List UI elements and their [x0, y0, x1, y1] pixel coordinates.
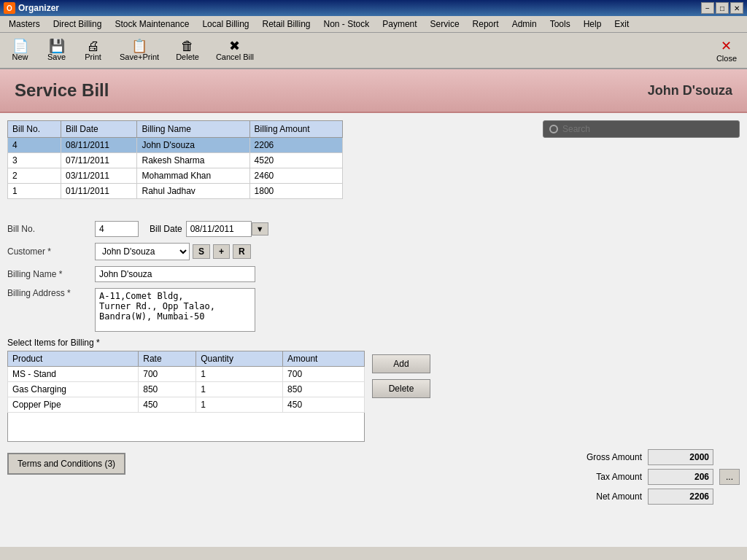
customer-add-button[interactable]: + [213, 244, 230, 259]
terms-button[interactable]: Terms and Conditions (3) [7, 453, 125, 475]
bill-no-row: Bill No. Bill Date ▼ [7, 221, 740, 237]
title-bar-left: O Organizer [4, 2, 59, 14]
close-button[interactable]: ✕ Close [710, 35, 743, 66]
customer-label: Customer * [7, 246, 95, 257]
items-col-amount: Amount [283, 351, 365, 367]
bill-list-row[interactable]: 3 07/11/2011 Rakesh Sharma 4520 [8, 153, 343, 168]
page-title: Service Bill [15, 80, 109, 101]
menu-retail-billing[interactable]: Retail Billing [256, 18, 316, 31]
billing-name-cell: Rahul Jadhav [137, 184, 249, 199]
bill-list-row[interactable]: 4 08/11/2011 John D'souza 2206 [8, 138, 343, 153]
menu-exit[interactable]: Exit [608, 18, 635, 31]
net-amount-value [648, 489, 713, 505]
items-buttons: Add Delete [372, 351, 430, 442]
delete-toolbar-button[interactable]: 🗑 Delete [169, 36, 206, 64]
bill-no-label: Bill No. [7, 224, 95, 234]
search-area [543, 120, 740, 138]
menu-local-billing[interactable]: Local Billing [196, 18, 255, 31]
new-button[interactable]: 📄 New [4, 36, 36, 64]
billing-address-label: Billing Address * [7, 288, 95, 298]
menu-help[interactable]: Help [578, 18, 608, 31]
bill-date-cell: 03/11/2011 [61, 168, 137, 184]
bill-list-row[interactable]: 1 01/11/2011 Rahul Jadhav 1800 [8, 184, 343, 199]
item-rate-cell: 850 [139, 382, 196, 397]
billing-name-cell: John D'souza [137, 138, 249, 153]
app-icon: O [4, 2, 15, 14]
menu-stock-maintenance[interactable]: Stock Maintenance [109, 18, 195, 31]
billing-name-input[interactable] [95, 266, 255, 282]
cancelbill-button[interactable]: ✖ Cancel Bill [209, 36, 260, 64]
billing-name-row: Billing Name * [7, 266, 740, 282]
items-col-product: Product [8, 351, 139, 367]
tax-details-button[interactable]: ... [719, 469, 740, 485]
saveprint-label: Save+Print [120, 52, 159, 61]
gross-amount-value [648, 449, 713, 465]
menu-direct-billing[interactable]: Direct Billing [47, 18, 108, 31]
menu-report[interactable]: Report [467, 18, 505, 31]
billing-amount-cell: 4520 [249, 153, 342, 168]
page-header: Service Bill John D'souza [0, 69, 747, 113]
billing-amount-cell: 2206 [249, 138, 342, 153]
cancelbill-icon: ✖ [229, 39, 240, 52]
maximize-button[interactable]: □ [716, 2, 729, 14]
item-product-cell: Copper Pipe [8, 397, 139, 413]
print-button[interactable]: 🖨 Print [77, 36, 109, 64]
billing-amount-cell: 2460 [249, 168, 342, 184]
items-table-row[interactable]: Gas Charging 850 1 850 [8, 382, 365, 397]
net-amount-row: Net Amount [569, 489, 740, 505]
item-rate-cell: 450 [139, 397, 196, 413]
item-amount-cell: 850 [283, 382, 365, 397]
item-amount-cell: 700 [283, 367, 365, 382]
date-picker-button[interactable]: ▼ [252, 222, 268, 236]
items-table-row[interactable]: Copper Pipe 450 1 450 [8, 397, 365, 413]
items-table-row[interactable]: MS - Stand 700 1 700 [8, 367, 365, 382]
menu-masters[interactable]: Masters [3, 18, 46, 31]
bill-list-row[interactable]: 2 03/11/2011 Mohammad Khan 2460 [8, 168, 343, 184]
menu-service[interactable]: Service [425, 18, 465, 31]
billing-name-label: Billing Name * [7, 269, 95, 279]
bill-no-input[interactable] [95, 221, 139, 237]
toolbar: 📄 New 💾 Save 🖨 Print 📋 Save+Print 🗑 Dele… [0, 33, 747, 69]
billing-name-cell: Mohammad Khan [137, 168, 249, 184]
menu-non-stock[interactable]: Non - Stock [318, 18, 376, 31]
bill-no-cell: 1 [8, 184, 61, 199]
item-rate-cell: 700 [139, 367, 196, 382]
cancelbill-label: Cancel Bill [216, 52, 254, 61]
customer-row: Customer * John D'souza S + R [7, 243, 740, 260]
customer-r-button[interactable]: R [233, 244, 251, 259]
bill-list-container: Bill No. Bill Date Billing Name Billing … [7, 120, 343, 199]
app-title: Organizer [18, 3, 59, 13]
item-quantity-cell: 1 [196, 382, 283, 397]
customer-input-group: John D'souza S + R [95, 243, 251, 260]
bill-no-cell: 3 [8, 153, 61, 168]
search-input[interactable] [562, 124, 708, 134]
billing-amount-cell: 1800 [249, 184, 342, 199]
saveprint-icon: 📋 [131, 39, 147, 52]
user-name: John D'souza [648, 83, 732, 98]
title-bar: O Organizer − □ ✕ [0, 0, 747, 16]
bill-date-cell: 01/11/2011 [61, 184, 137, 199]
main-content: Bill No. Bill Date Billing Name Billing … [0, 113, 747, 547]
tax-amount-label: Tax Amount [569, 472, 642, 482]
close-window-button[interactable]: ✕ [730, 2, 743, 14]
billing-address-textarea[interactable]: A-11,Comet Bldg, Turner Rd., Opp Talao, … [95, 288, 255, 332]
customer-s-button[interactable]: S [193, 244, 210, 259]
bill-date-input[interactable] [186, 221, 252, 237]
menu-tools[interactable]: Tools [544, 18, 576, 31]
delete-label: Delete [176, 52, 199, 61]
new-label: New [12, 52, 28, 61]
add-button[interactable]: Add [372, 354, 430, 373]
menu-admin[interactable]: Admin [506, 18, 543, 31]
bottom-section: Terms and Conditions (3) Gross Amount Ta… [7, 449, 740, 508]
saveprint-button[interactable]: 📋 Save+Print [113, 36, 166, 64]
search-icon [549, 125, 558, 133]
minimize-button[interactable]: − [701, 2, 714, 14]
item-product-cell: Gas Charging [8, 382, 139, 397]
menu-payment[interactable]: Payment [376, 18, 422, 31]
save-label: Save [47, 52, 66, 61]
items-label: Select Items for Billing * [7, 338, 740, 348]
save-button[interactable]: 💾 Save [40, 36, 73, 64]
delete-item-button[interactable]: Delete [372, 379, 430, 398]
customer-select[interactable]: John D'souza [95, 243, 190, 260]
bill-date-cell: 07/11/2011 [61, 153, 137, 168]
